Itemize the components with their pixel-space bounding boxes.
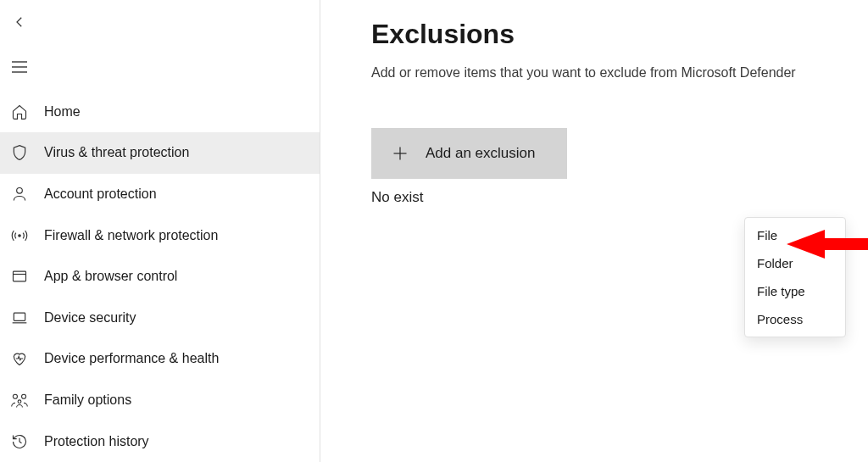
sidebar-item-label: Device security bbox=[44, 310, 136, 326]
popup-item-filetype[interactable]: File type bbox=[745, 277, 845, 305]
svg-point-3 bbox=[17, 188, 23, 194]
back-button[interactable] bbox=[3, 10, 36, 34]
laptop-icon bbox=[10, 309, 29, 327]
main-content: Exclusions Add or remove items that you … bbox=[320, 0, 868, 462]
add-exclusion-label: Add an exclusion bbox=[426, 145, 535, 162]
hamburger-button[interactable] bbox=[3, 53, 36, 81]
popup-item-folder[interactable]: Folder bbox=[745, 249, 845, 277]
svg-rect-7 bbox=[14, 313, 25, 320]
add-exclusion-button[interactable]: Add an exclusion bbox=[371, 128, 567, 179]
sidebar-item-label: Firewall & network protection bbox=[44, 228, 218, 243]
sidebar-item-home[interactable]: Home bbox=[0, 92, 320, 133]
popup-item-label: File bbox=[757, 228, 777, 242]
sidebar-item-protection-history[interactable]: Protection history bbox=[0, 420, 320, 462]
svg-point-11 bbox=[18, 400, 21, 404]
app-icon bbox=[10, 267, 29, 286]
svg-rect-5 bbox=[14, 271, 26, 281]
sidebar-item-label: Account protection bbox=[44, 186, 157, 202]
person-icon bbox=[10, 185, 29, 203]
home-icon bbox=[10, 103, 29, 121]
page-subtitle: Add or remove items that you want to exc… bbox=[371, 65, 868, 81]
plus-icon bbox=[392, 145, 409, 162]
sidebar-item-label: Home bbox=[44, 104, 81, 120]
history-icon bbox=[10, 432, 29, 451]
sidebar-item-family[interactable]: Family options bbox=[0, 380, 320, 421]
sidebar-item-device-security[interactable]: Device security bbox=[0, 298, 320, 339]
exclusions-status-text: No exist bbox=[371, 189, 868, 206]
sidebar-item-label: App & browser control bbox=[44, 269, 177, 284]
shield-icon bbox=[10, 143, 29, 162]
sidebar-item-label: Family options bbox=[44, 392, 131, 408]
svg-point-10 bbox=[22, 394, 26, 398]
page-title: Exclusions bbox=[371, 19, 868, 50]
family-icon bbox=[10, 391, 29, 409]
popup-item-label: File type bbox=[757, 284, 805, 298]
svg-point-4 bbox=[19, 234, 21, 237]
sidebar-item-virus-threat[interactable]: Virus & threat protection bbox=[0, 132, 320, 174]
windows-security-app: Home Virus & threat protection Account p… bbox=[0, 0, 868, 462]
sidebar: Home Virus & threat protection Account p… bbox=[0, 0, 320, 462]
sidebar-item-device-performance[interactable]: Device performance & health bbox=[0, 338, 320, 380]
broadcast-icon bbox=[10, 226, 29, 245]
sidebar-item-app-browser[interactable]: App & browser control bbox=[0, 256, 320, 298]
heart-icon bbox=[10, 349, 29, 368]
hamburger-icon bbox=[12, 61, 27, 73]
back-arrow-icon bbox=[12, 14, 27, 30]
sidebar-item-label: Device performance & health bbox=[44, 351, 219, 366]
sidebar-item-label: Protection history bbox=[44, 434, 149, 449]
popup-item-file[interactable]: File bbox=[745, 221, 845, 249]
popup-item-label: Folder bbox=[757, 256, 793, 270]
svg-point-9 bbox=[13, 394, 17, 398]
popup-item-label: Process bbox=[757, 312, 803, 326]
exclusion-type-popup: File Folder File type Process bbox=[744, 217, 846, 337]
sidebar-item-label: Virus & threat protection bbox=[44, 145, 189, 160]
sidebar-item-account[interactable]: Account protection bbox=[0, 174, 320, 215]
popup-item-process[interactable]: Process bbox=[745, 305, 845, 333]
sidebar-item-firewall[interactable]: Firewall & network protection bbox=[0, 214, 320, 256]
